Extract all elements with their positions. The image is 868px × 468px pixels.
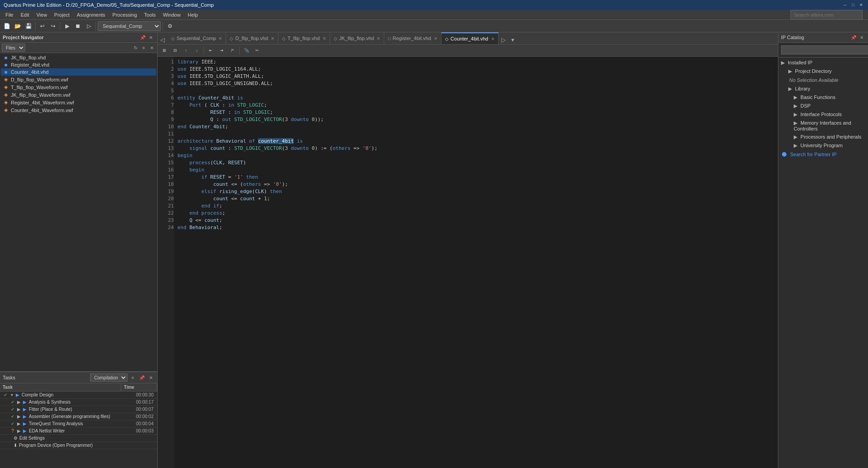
ip-processors[interactable]: ▶ Processors and Peripherals — [792, 133, 867, 141]
tab-register[interactable]: □ Register_4bit.vhd ✕ — [384, 32, 441, 44]
tree-item-jk[interactable]: ■ JK_flip_flop.vhd — [1, 54, 156, 61]
nav-toolbar: Files ↻ ≡ ✕ — [0, 43, 157, 53]
file-tree: ■ JK_flip_flop.vhd ■ Register_4bit.vhd ■… — [0, 53, 157, 371]
tab-close-t-flip[interactable]: ✕ — [323, 36, 326, 41]
stop-button[interactable]: ⏹ — [73, 21, 83, 31]
tree-item-cnt-waveform[interactable]: ◈ Counter_4bit_Waveform.vwf — [1, 106, 156, 114]
ip-pin-button[interactable]: 📌 — [850, 34, 857, 41]
tab-jk-flip[interactable]: ◇ JK_flip_flop.vhd ✕ — [330, 32, 385, 44]
task-row-timequest[interactable]: ✔ ▶ ▶ TimeQuest Timing Analysis 00:00:04 — [0, 420, 157, 428]
file-name-counter: Counter_4bit.vhd — [11, 69, 49, 75]
nav-files-dropdown[interactable]: Files — [2, 44, 25, 52]
code-btn-4[interactable]: ↓ — [192, 45, 202, 55]
menu-processing[interactable]: Processing — [109, 11, 141, 18]
tab-close-d-flip[interactable]: ✕ — [271, 36, 274, 41]
expand-assembler[interactable]: ▶ — [16, 414, 22, 419]
task-row-analysis[interactable]: ✔ ▶ ▶ Analysis & Synthesis 00:00:17 — [0, 399, 157, 406]
code-btn-5[interactable]: ⇤ — [206, 45, 216, 55]
save-button[interactable]: 💾 — [23, 21, 33, 31]
close-button[interactable]: ✕ — [858, 2, 864, 8]
ip-search-input[interactable] — [781, 45, 868, 54]
compile-button[interactable]: ▶ — [62, 21, 72, 31]
project-dropdown[interactable]: Sequential_Comp — [98, 21, 161, 31]
menu-file[interactable]: File — [2, 11, 17, 18]
tab-close-jk-flip[interactable]: ✕ — [377, 36, 380, 41]
ip-close-button[interactable]: ✕ — [858, 34, 865, 41]
menu-window[interactable]: Window — [159, 11, 184, 18]
tab-icon-jk-flip: ◇ — [334, 36, 337, 41]
open-button[interactable]: 📂 — [13, 21, 23, 31]
menu-help[interactable]: Help — [184, 11, 202, 18]
code-btn-3[interactable]: ↑ — [181, 45, 191, 55]
tab-label-register: Register_4bit.vhd — [393, 36, 432, 41]
undo-button[interactable]: ↩ — [37, 21, 47, 31]
ip-memory[interactable]: ▶ Memory Interfaces and Controllers — [792, 119, 867, 133]
code-btn-7[interactable]: /* — [227, 45, 237, 55]
ip-search-partner[interactable]: Search for Partner IP — [779, 150, 867, 159]
task-row-compile[interactable]: ✔ ▾ ▶ Compile Design 00:00:30 — [0, 392, 157, 399]
menu-tools[interactable]: Tools — [141, 11, 159, 18]
code-btn-8[interactable]: 📎 — [241, 45, 251, 55]
main-search-input[interactable] — [791, 10, 863, 20]
task-row-eda[interactable]: ? ▶ ▶ EDA Netlist Writer 00:00:03 — [0, 428, 157, 435]
maximize-button[interactable]: □ — [850, 2, 856, 8]
tasks-settings-button[interactable]: ≡ — [129, 374, 136, 381]
ip-project-directory[interactable]: ▶ Project Directory — [786, 67, 867, 76]
nav-refresh-button[interactable]: ↻ — [132, 44, 139, 51]
tab-scroll-left[interactable]: ◁ — [158, 36, 168, 44]
task-row-assembler[interactable]: ✔ ▶ ▶ Assembler (Generate programming fi… — [0, 413, 157, 420]
expand-fitter[interactable]: ▶ — [16, 407, 22, 412]
tab-t-flip[interactable]: ◇ T_flip_flop.vhd ✕ — [278, 32, 330, 44]
tab-scroll-right[interactable]: ▷ — [499, 36, 509, 44]
ip-installed[interactable]: ▶ Installed IP — [779, 58, 867, 67]
tree-item-t-waveform[interactable]: ◈ T_flip_flop_Waveform.vwf — [1, 83, 156, 91]
tab-sequential[interactable]: ◇ Sequential_Comp ✕ — [168, 32, 226, 44]
file-name-reg-waveform: Register_4bit_Waveform.vwf — [11, 100, 74, 105]
tab-close-counter[interactable]: ✕ — [491, 36, 495, 41]
expand-timequest[interactable]: ▶ — [16, 421, 22, 426]
menu-view[interactable]: View — [33, 11, 51, 18]
tasks-dropdown[interactable]: Compilation — [90, 374, 127, 382]
tab-d-flip[interactable]: ◇ D_flip_flop.vhd ✕ — [226, 32, 278, 44]
tab-counter[interactable]: ◇ Counter_4bit.vhd ✕ — [441, 32, 499, 44]
redo-button[interactable]: ↪ — [48, 21, 58, 31]
task-row-fitter[interactable]: ✔ ▶ ▶ Fitter (Place & Route) 00:00:07 — [0, 406, 157, 413]
tree-item-register[interactable]: ■ Register_4bit.vhd — [1, 61, 156, 68]
expand-eda[interactable]: ▶ — [16, 428, 22, 433]
tasks-pin-button[interactable]: 📌 — [138, 374, 145, 381]
task-action-edit-settings[interactable]: ⚙ Edit Settings — [0, 435, 157, 442]
expand-compile[interactable]: ▾ — [9, 392, 14, 397]
tree-item-jk-waveform[interactable]: ◈ JK_flip_flop_Waveform.vwf — [1, 91, 156, 99]
settings-button[interactable]: ⚙ — [165, 21, 175, 31]
nav-close-button[interactable]: ✕ — [148, 44, 155, 51]
code-btn-2[interactable]: ⊟ — [170, 45, 180, 55]
menu-project[interactable]: Project — [50, 11, 73, 18]
tree-item-d-waveform[interactable]: ◈ D_flip_flop_Waveform.vwf — [1, 76, 156, 83]
tab-close-register[interactable]: ✕ — [434, 36, 437, 41]
minimize-button[interactable]: ─ — [842, 2, 848, 8]
pin-button[interactable]: 📌 — [139, 34, 146, 41]
code-btn-9[interactable]: ✂ — [252, 45, 262, 55]
close-nav-button[interactable]: ✕ — [147, 34, 155, 41]
tab-list-button[interactable]: ▾ — [509, 36, 517, 44]
menu-assignments[interactable]: Assignments — [73, 11, 109, 18]
analyze-button[interactable]: ▷ — [84, 21, 94, 31]
ip-library[interactable]: ▶ Library — [786, 85, 867, 93]
nav-settings-button[interactable]: ≡ — [140, 44, 147, 51]
expand-analysis[interactable]: ▶ — [16, 400, 22, 405]
new-button[interactable]: 📄 — [2, 21, 12, 31]
ip-university[interactable]: ▶ University Program — [792, 141, 867, 150]
ip-interface-protocols[interactable]: ▶ Interface Protocols — [792, 110, 867, 119]
task-action-program-device[interactable]: ⬇ Program Device (Open Programmer) — [0, 442, 157, 449]
tab-close-sequential[interactable]: ✕ — [218, 36, 222, 41]
ip-basic-functions[interactable]: ▶ Basic Functions — [792, 93, 867, 102]
tree-item-reg-waveform[interactable]: ◈ Register_4bit_Waveform.vwf — [1, 99, 156, 106]
tree-item-counter[interactable]: ■ Counter_4bit.vhd — [1, 68, 156, 76]
task-icon-compile: ▶ — [14, 392, 21, 397]
code-content[interactable]: library IEEE; use IEEE.STD_LOGIC_1164.AL… — [174, 57, 778, 468]
menu-edit[interactable]: Edit — [17, 11, 33, 18]
code-btn-1[interactable]: ⊞ — [159, 45, 169, 55]
tasks-close-button[interactable]: ✕ — [147, 374, 155, 381]
ip-dsp[interactable]: ▶ DSP — [792, 102, 867, 110]
code-btn-6[interactable]: ⇥ — [217, 45, 227, 55]
